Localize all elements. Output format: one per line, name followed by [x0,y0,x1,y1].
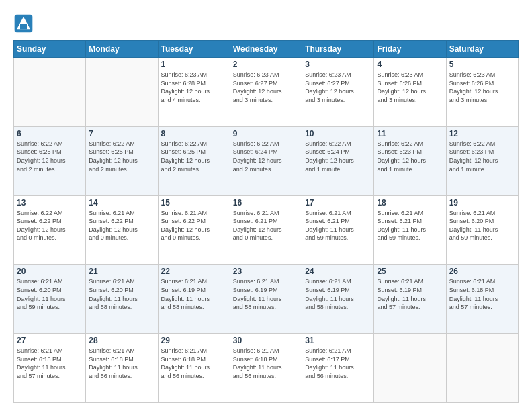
logo [13,13,36,34]
day-info: Sunrise: 6:21 AM Sunset: 6:20 PM Dayligh… [449,209,515,242]
calendar-cell: 9Sunrise: 6:22 AM Sunset: 6:24 PM Daylig… [230,126,302,195]
day-info: Sunrise: 6:21 AM Sunset: 6:18 PM Dayligh… [233,347,299,380]
day-info: Sunrise: 6:21 AM Sunset: 6:18 PM Dayligh… [161,347,227,380]
day-number: 24 [305,267,371,276]
calendar-cell: 20Sunrise: 6:21 AM Sunset: 6:20 PM Dayli… [14,265,86,334]
day-number: 9 [233,129,299,138]
weekday-header-sunday: Sunday [14,41,86,58]
day-info: Sunrise: 6:21 AM Sunset: 6:21 PM Dayligh… [305,209,371,242]
day-info: Sunrise: 6:22 AM Sunset: 6:25 PM Dayligh… [161,140,227,173]
day-number: 18 [377,198,443,208]
day-info: Sunrise: 6:21 AM Sunset: 6:19 PM Dayligh… [161,277,227,311]
calendar-cell: 25Sunrise: 6:21 AM Sunset: 6:19 PM Dayli… [374,265,446,334]
logo-icon [13,13,34,34]
day-number: 22 [161,267,227,276]
calendar-cell: 14Sunrise: 6:21 AM Sunset: 6:22 PM Dayli… [86,195,158,265]
day-number: 5 [449,60,515,69]
day-number: 21 [89,267,154,276]
day-number: 10 [305,129,371,138]
day-number: 17 [305,198,371,208]
day-info: Sunrise: 6:23 AM Sunset: 6:27 PM Dayligh… [233,71,299,104]
day-number: 3 [305,60,371,69]
day-info: Sunrise: 6:21 AM Sunset: 6:19 PM Dayligh… [233,277,299,311]
page: SundayMondayTuesdayWednesdayThursdayFrid… [0,0,532,411]
day-number: 20 [17,267,83,276]
week-row-2: 13Sunrise: 6:22 AM Sunset: 6:22 PM Dayli… [14,195,519,265]
calendar-cell: 16Sunrise: 6:21 AM Sunset: 6:21 PM Dayli… [230,195,302,265]
weekday-header-friday: Friday [374,41,446,58]
day-info: Sunrise: 6:22 AM Sunset: 6:23 PM Dayligh… [449,140,515,173]
weekday-header-thursday: Thursday [302,41,374,58]
day-number: 28 [89,336,154,345]
day-number: 15 [161,198,227,208]
calendar-cell: 19Sunrise: 6:21 AM Sunset: 6:20 PM Dayli… [446,195,518,265]
calendar-cell: 30Sunrise: 6:21 AM Sunset: 6:18 PM Dayli… [230,334,302,403]
weekday-header-monday: Monday [86,41,158,58]
day-number: 25 [377,267,443,276]
day-number: 13 [17,198,83,208]
calendar-cell: 24Sunrise: 6:21 AM Sunset: 6:19 PM Dayli… [302,265,374,334]
calendar-cell: 17Sunrise: 6:21 AM Sunset: 6:21 PM Dayli… [302,195,374,265]
calendar-cell: 29Sunrise: 6:21 AM Sunset: 6:18 PM Dayli… [158,334,230,403]
day-info: Sunrise: 6:21 AM Sunset: 6:21 PM Dayligh… [233,209,299,242]
calendar-cell: 23Sunrise: 6:21 AM Sunset: 6:19 PM Dayli… [230,265,302,334]
week-row-0: 1Sunrise: 6:23 AM Sunset: 6:28 PM Daylig… [14,58,519,127]
day-number: 31 [305,336,371,345]
day-info: Sunrise: 6:23 AM Sunset: 6:27 PM Dayligh… [305,71,371,104]
header [13,11,519,34]
day-number: 23 [233,267,299,276]
weekday-header-wednesday: Wednesday [230,41,302,58]
day-info: Sunrise: 6:23 AM Sunset: 6:26 PM Dayligh… [377,71,443,104]
day-info: Sunrise: 6:23 AM Sunset: 6:28 PM Dayligh… [161,71,227,104]
day-info: Sunrise: 6:22 AM Sunset: 6:24 PM Dayligh… [305,140,371,173]
calendar-cell: 5Sunrise: 6:23 AM Sunset: 6:26 PM Daylig… [446,58,518,127]
day-info: Sunrise: 6:21 AM Sunset: 6:18 PM Dayligh… [17,347,83,380]
weekday-header-saturday: Saturday [446,41,518,58]
calendar-header: SundayMondayTuesdayWednesdayThursdayFrid… [14,41,519,58]
day-info: Sunrise: 6:21 AM Sunset: 6:22 PM Dayligh… [89,209,154,242]
week-row-3: 20Sunrise: 6:21 AM Sunset: 6:20 PM Dayli… [14,265,519,334]
day-number: 16 [233,198,299,208]
day-number: 4 [377,60,443,69]
day-info: Sunrise: 6:21 AM Sunset: 6:19 PM Dayligh… [305,277,371,311]
calendar-table: SundayMondayTuesdayWednesdayThursdayFrid… [13,40,519,403]
calendar-cell [446,334,518,403]
calendar-cell: 15Sunrise: 6:21 AM Sunset: 6:22 PM Dayli… [158,195,230,265]
calendar-cell [374,334,446,403]
calendar-cell: 31Sunrise: 6:21 AM Sunset: 6:17 PM Dayli… [302,334,374,403]
day-info: Sunrise: 6:21 AM Sunset: 6:20 PM Dayligh… [17,277,83,311]
day-info: Sunrise: 6:22 AM Sunset: 6:25 PM Dayligh… [17,140,83,173]
calendar-cell: 11Sunrise: 6:22 AM Sunset: 6:23 PM Dayli… [374,126,446,195]
calendar-cell [86,58,158,127]
svg-rect-2 [20,24,27,29]
calendar-cell: 7Sunrise: 6:22 AM Sunset: 6:25 PM Daylig… [86,126,158,195]
day-number: 30 [233,336,299,345]
day-number: 7 [89,129,154,138]
calendar-cell: 10Sunrise: 6:22 AM Sunset: 6:24 PM Dayli… [302,126,374,195]
weekday-row: SundayMondayTuesdayWednesdayThursdayFrid… [14,41,519,58]
week-row-1: 6Sunrise: 6:22 AM Sunset: 6:25 PM Daylig… [14,126,519,195]
day-info: Sunrise: 6:21 AM Sunset: 6:18 PM Dayligh… [449,277,515,311]
day-number: 27 [17,336,83,345]
day-number: 6 [17,129,83,138]
calendar-cell: 13Sunrise: 6:22 AM Sunset: 6:22 PM Dayli… [14,195,86,265]
calendar-cell: 22Sunrise: 6:21 AM Sunset: 6:19 PM Dayli… [158,265,230,334]
day-info: Sunrise: 6:22 AM Sunset: 6:24 PM Dayligh… [233,140,299,173]
day-number: 19 [449,198,515,208]
calendar-body: 1Sunrise: 6:23 AM Sunset: 6:28 PM Daylig… [14,58,519,403]
calendar-cell: 4Sunrise: 6:23 AM Sunset: 6:26 PM Daylig… [374,58,446,127]
calendar-cell: 26Sunrise: 6:21 AM Sunset: 6:18 PM Dayli… [446,265,518,334]
calendar-cell [14,58,86,127]
calendar-cell: 3Sunrise: 6:23 AM Sunset: 6:27 PM Daylig… [302,58,374,127]
week-row-4: 27Sunrise: 6:21 AM Sunset: 6:18 PM Dayli… [14,334,519,403]
day-number: 26 [449,267,515,276]
day-info: Sunrise: 6:21 AM Sunset: 6:19 PM Dayligh… [377,277,443,311]
day-number: 29 [161,336,227,345]
day-info: Sunrise: 6:21 AM Sunset: 6:21 PM Dayligh… [377,209,443,242]
day-number: 14 [89,198,154,208]
calendar-cell: 12Sunrise: 6:22 AM Sunset: 6:23 PM Dayli… [446,126,518,195]
day-info: Sunrise: 6:21 AM Sunset: 6:18 PM Dayligh… [89,347,154,380]
day-number: 2 [233,60,299,69]
day-number: 1 [161,60,227,69]
day-info: Sunrise: 6:23 AM Sunset: 6:26 PM Dayligh… [449,71,515,104]
